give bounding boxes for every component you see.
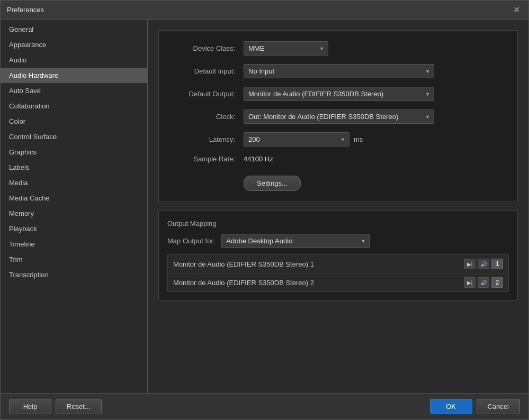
latency-unit: ms (354, 135, 363, 143)
preferences-dialog: Preferences ✕ General Appearance Audio A… (0, 0, 529, 420)
channel-1-play-btn[interactable]: ▶| (464, 259, 476, 269)
close-button[interactable]: ✕ (510, 4, 522, 16)
clock-row: Clock: Out: Monitor de Audio (EDIFIER S3… (169, 109, 507, 124)
default-output-wrapper: Monitor de Audio (EDIFIER S350DB Stereo) (244, 87, 434, 101)
latency-row: Latency: 200 ms (169, 132, 507, 147)
device-class-row: Device Class: MME (169, 41, 507, 56)
sample-rate-row: Sample Rate: 44100 Hz (169, 155, 507, 163)
latency-wrapper: 200 (244, 132, 349, 147)
clock-label: Clock: (169, 113, 244, 121)
device-class-label: Device Class: (169, 44, 244, 52)
channel-1-controls: ▶| 🔊 1 (464, 259, 503, 269)
reset-button[interactable]: Reset... (56, 399, 102, 414)
device-settings-section: Device Class: MME Default Input: No Inpu… (158, 30, 518, 202)
dialog-title: Preferences (7, 6, 44, 14)
footer-left: Help Reset... (9, 399, 102, 414)
channel-1-name: Monitor de Audio (EDIFIER S350DB Stereo)… (173, 260, 464, 268)
device-class-select[interactable]: MME (244, 41, 328, 56)
help-button[interactable]: Help (9, 399, 51, 414)
latency-label: Latency: (169, 135, 244, 143)
sidebar-item-appearance[interactable]: Appearance (1, 37, 147, 52)
clock-wrapper: Out: Monitor de Audio (EDIFIER S350DB St… (244, 109, 434, 124)
sidebar-item-media-cache[interactable]: Media Cache (1, 190, 147, 206)
main-panel: Device Class: MME Default Input: No Inpu… (148, 20, 528, 393)
sidebar-item-control-surface[interactable]: Control Surface (1, 129, 147, 144)
map-output-label: Map Output for: (167, 237, 215, 245)
clock-select[interactable]: Out: Monitor de Audio (EDIFIER S350DB St… (244, 109, 434, 124)
settings-button[interactable]: Settings... (244, 176, 301, 191)
sidebar-item-trim[interactable]: Trim (1, 252, 147, 267)
sample-rate-value: 44100 Hz (244, 155, 273, 163)
footer: Help Reset... OK Cancel (1, 393, 528, 419)
sample-rate-label: Sample Rate: (169, 155, 244, 163)
map-output-select[interactable]: Adobe Desktop Audio (221, 234, 370, 248)
sidebar-item-labels[interactable]: Labels (1, 160, 147, 175)
latency-select[interactable]: 200 (244, 132, 349, 147)
sidebar-item-color[interactable]: Color (1, 114, 147, 129)
default-input-label: Default Input: (169, 67, 244, 75)
default-input-row: Default Input: No Input (169, 64, 507, 78)
sidebar-item-collaboration[interactable]: Collaboration (1, 98, 147, 114)
sidebar-item-timeline[interactable]: Timeline (1, 236, 147, 252)
footer-right: OK Cancel (430, 399, 520, 414)
device-class-wrapper: MME (244, 41, 328, 56)
sidebar-item-general[interactable]: General (1, 22, 147, 37)
cancel-button[interactable]: Cancel (477, 399, 520, 414)
channel-2-speaker-btn[interactable]: 🔊 (478, 277, 489, 288)
sidebar-item-transcription[interactable]: Transcription (1, 267, 147, 282)
channel-2-controls: ▶| 🔊 2 (464, 277, 503, 288)
sidebar: General Appearance Audio Audio Hardware … (1, 20, 148, 393)
sidebar-item-audio[interactable]: Audio (1, 52, 147, 68)
sidebar-item-playback[interactable]: Playback (1, 221, 147, 236)
ok-button[interactable]: OK (430, 399, 472, 414)
channels-list: Monitor de Audio (EDIFIER S350DB Stereo)… (167, 254, 509, 292)
default-output-label: Default Output: (169, 90, 244, 98)
channel-2-name: Monitor de Audio (EDIFIER S350DB Stereo)… (173, 279, 464, 287)
sidebar-item-audio-hardware[interactable]: Audio Hardware (1, 68, 147, 83)
map-output-row: Map Output for: Adobe Desktop Audio (167, 234, 509, 248)
default-output-select[interactable]: Monitor de Audio (EDIFIER S350DB Stereo) (244, 87, 434, 101)
channel-row-2: Monitor de Audio (EDIFIER S350DB Stereo)… (168, 273, 508, 291)
default-input-select[interactable]: No Input (244, 64, 434, 78)
channel-1-number: 1 (491, 259, 503, 269)
output-mapping-title: Output Mapping (167, 220, 509, 227)
sidebar-item-auto-save[interactable]: Auto Save (1, 83, 147, 98)
settings-btn-row: Settings... (169, 171, 507, 191)
channel-1-speaker-btn[interactable]: 🔊 (478, 259, 489, 269)
channel-row-1: Monitor de Audio (EDIFIER S350DB Stereo)… (168, 255, 508, 273)
title-bar: Preferences ✕ (1, 1, 528, 20)
default-output-row: Default Output: Monitor de Audio (EDIFIE… (169, 87, 507, 101)
output-mapping-section: Output Mapping Map Output for: Adobe Des… (158, 211, 518, 301)
channel-2-number: 2 (491, 277, 503, 288)
dialog-content: General Appearance Audio Audio Hardware … (1, 20, 528, 393)
channel-2-play-btn[interactable]: ▶| (464, 277, 476, 288)
sidebar-item-graphics[interactable]: Graphics (1, 144, 147, 160)
map-output-wrapper: Adobe Desktop Audio (221, 234, 370, 248)
sidebar-item-memory[interactable]: Memory (1, 206, 147, 221)
sidebar-item-media[interactable]: Media (1, 175, 147, 190)
default-input-wrapper: No Input (244, 64, 434, 78)
